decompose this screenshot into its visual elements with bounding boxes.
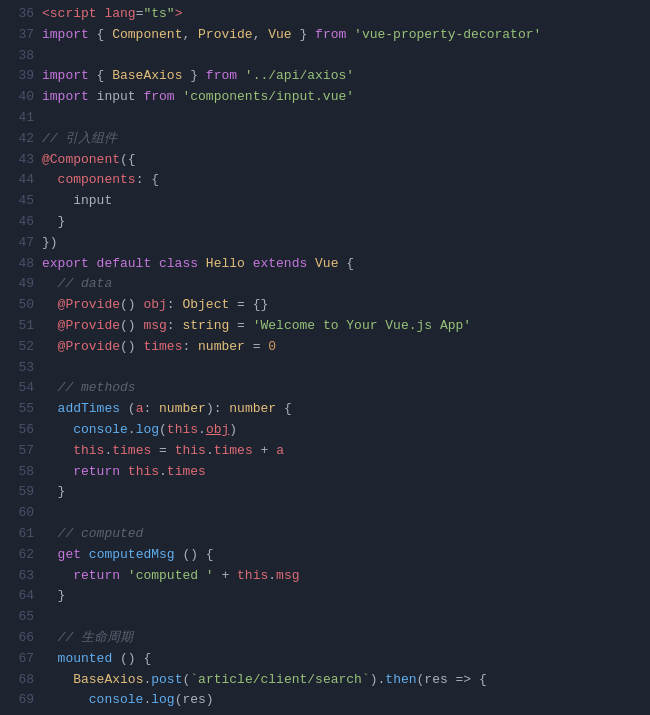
code-line-37: import { Component, Provide, Vue } from … [42,25,634,46]
code-line-49: // data [42,274,634,295]
code-line-55: addTimes (a: number): number { [42,399,634,420]
code-line-67: mounted () { [42,649,634,670]
code-line-44: components: { [42,170,634,191]
code-line-60 [42,503,634,524]
code-line-62: get computedMsg () { [42,545,634,566]
code-line-39: import { BaseAxios } from '../api/axios' [42,66,634,87]
code-line-41 [42,108,634,129]
code-line-66: // 生命周期 [42,628,634,649]
code-line-53 [42,358,634,379]
code-line-36: <script lang="ts"> [42,4,634,25]
code-line-63: return 'computed ' + this.msg [42,566,634,587]
code-line-40: import input from 'components/input.vue' [42,87,634,108]
code-line-42: // 引入组件 [42,129,634,150]
code-line-46: } [42,212,634,233]
line-numbers: 36 37 38 39 40 41 42 43 44 45 46 47 48 4… [0,4,42,715]
code-line-70: }) [42,711,634,715]
code-line-43: @Component({ [42,150,634,171]
code-line-47: }) [42,233,634,254]
code-line-61: // computed [42,524,634,545]
code-line-58: return this.times [42,462,634,483]
code-content: <script lang="ts"> import { Component, P… [42,4,650,715]
code-line-69: console.log(res) [42,690,634,711]
code-line-65 [42,607,634,628]
code-line-56: console.log(this.obj) [42,420,634,441]
code-line-48: export default class Hello extends Vue { [42,254,634,275]
code-line-64: } [42,586,634,607]
code-line-54: // methods [42,378,634,399]
code-line-38 [42,46,634,67]
code-line-68: BaseAxios.post(`article/client/search`).… [42,670,634,691]
code-line-45: input [42,191,634,212]
code-line-52: @Provide() times: number = 0 [42,337,634,358]
code-line-51: @Provide() msg: string = 'Welcome to You… [42,316,634,337]
code-line-59: } [42,482,634,503]
code-line-57: this.times = this.times + a [42,441,634,462]
code-line-50: @Provide() obj: Object = {} [42,295,634,316]
code-editor: 36 37 38 39 40 41 42 43 44 45 46 47 48 4… [0,0,650,715]
